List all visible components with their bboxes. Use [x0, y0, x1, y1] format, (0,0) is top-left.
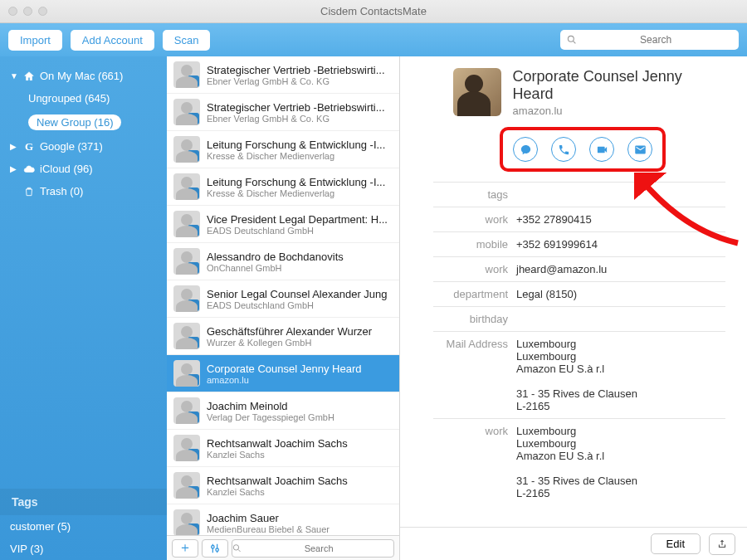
field-value: jheard@amazon.lu	[516, 263, 607, 275]
video-icon	[596, 144, 608, 156]
detail-bottom-bar: Edit	[400, 527, 747, 560]
sidebar-source-0-child-1[interactable]: New Group (16)	[0, 110, 167, 135]
source-home-badge-icon	[188, 411, 199, 423]
sidebar-source-1[interactable]: ▶GGoogle (371)	[0, 135, 167, 158]
import-button[interactable]: Import	[8, 30, 62, 51]
edit-button[interactable]: Edit	[651, 533, 701, 554]
list-item-name: Corporate Counsel Jenny Heard	[207, 363, 361, 375]
settings-sliders-button[interactable]	[202, 539, 228, 558]
cloud-icon	[23, 163, 35, 175]
contact-list: Strategischer Vertrieb -Betriebswirti...…	[167, 56, 400, 560]
list-item[interactable]: Vice President Legal Department: H...EAD…	[167, 206, 399, 243]
contact-detail: Corporate Counsel Jenny Heard amazon.lu …	[400, 56, 747, 560]
share-button[interactable]	[709, 533, 735, 555]
sidebar-item-label: Trash (0)	[40, 185, 83, 197]
list-item[interactable]: Strategischer Vertrieb -Betriebswirti...…	[167, 56, 399, 94]
scan-button[interactable]: Scan	[163, 30, 211, 51]
avatar	[173, 136, 200, 163]
avatar	[173, 173, 200, 200]
home-icon	[23, 71, 35, 82]
list-item[interactable]: Leitung Forschung & Entwicklung -I...Kre…	[167, 131, 399, 168]
add-contact-button[interactable]: ＋	[172, 539, 198, 558]
mail-icon	[634, 144, 647, 156]
field-label: Mail Address	[408, 338, 516, 350]
field-value: Luxembourg Luxembourg Amazon EU S.à r.l …	[516, 425, 637, 499]
sidebar-tag-0[interactable]: customer (5)	[0, 515, 167, 538]
tags-section-title: Tags	[0, 489, 167, 515]
share-icon	[716, 538, 728, 550]
list-item-name: Geschäftsführer Alexander Wurzer	[207, 325, 372, 338]
list-item[interactable]: Joachim SauerMedienBureau Biebel & Sauer	[167, 504, 399, 535]
add-account-button[interactable]: Add Account	[71, 30, 154, 51]
video-button[interactable]	[589, 137, 614, 162]
avatar	[173, 211, 200, 237]
sidebar-source-3[interactable]: Trash (0)	[0, 180, 167, 202]
field-label: birthday	[408, 313, 516, 325]
list-item[interactable]: Joachim MeinoldVerlag Der Tagesspiegel G…	[167, 392, 399, 430]
source-home-badge-icon	[188, 113, 199, 124]
list-item[interactable]: Rechtsanwalt Joachim SachsKanzlei Sachs	[167, 430, 399, 467]
list-item[interactable]: Alessandro de BochdanovitsOnChannel GmbH	[167, 243, 399, 280]
list-item-name: Rechtsanwalt Joachim Sachs	[207, 475, 348, 487]
search-input-top[interactable]	[579, 34, 732, 46]
source-home-badge-icon	[188, 374, 199, 386]
sidebar-source-0[interactable]: ▼On My Mac (661)	[0, 65, 167, 87]
search-icon	[232, 543, 241, 553]
svg-point-0	[568, 36, 574, 41]
list-item-name: Joachim Sauer	[207, 512, 330, 524]
list-item-sub: Verlag Der Tagesspiegel GmbH	[207, 412, 334, 422]
list-item[interactable]: Senior Legal Counsel Alexander JungEADS …	[167, 280, 399, 318]
avatar	[173, 472, 200, 499]
avatar	[173, 397, 200, 424]
detail-field-7: workLuxembourg Luxembourg Amazon EU S.à …	[408, 421, 725, 504]
sidebar: ▼On My Mac (661)Ungrouped (645)New Group…	[0, 56, 167, 560]
source-home-badge-icon	[188, 337, 199, 348]
detail-field-0: tags	[408, 184, 725, 205]
contact-company: amazon.lu	[513, 105, 725, 117]
message-button[interactable]	[513, 137, 538, 162]
list-item-sub: Ebner Verlag GmbH & Co. KG	[207, 76, 385, 86]
sidebar-source-0-child-0[interactable]: Ungrouped (645)	[0, 87, 167, 110]
list-item[interactable]: Geschäftsführer Alexander WurzerWurzer &…	[167, 318, 399, 355]
google-icon: G	[23, 141, 35, 153]
field-label: work	[408, 425, 516, 437]
field-value: Luxembourg Luxembourg Amazon EU S.à r.l …	[516, 338, 637, 412]
field-label: work	[408, 263, 516, 275]
avatar	[173, 248, 200, 275]
sidebar-item-label: VIP (3)	[10, 543, 43, 555]
list-item-name: Leitung Forschung & Entwicklung -I...	[207, 176, 385, 188]
email-button[interactable]	[627, 137, 652, 162]
list-item-sub: Wurzer & Kollegen GmbH	[207, 338, 372, 348]
phone-icon	[558, 144, 570, 156]
detail-field-2: mobile+352 691999614	[408, 234, 725, 255]
field-label: work	[408, 213, 516, 226]
sidebar-item-label: Google (371)	[40, 140, 103, 153]
disclosure-icon: ▼	[10, 71, 18, 80]
list-item-sub: MedienBureau Biebel & Sauer	[207, 524, 330, 534]
list-item[interactable]: Strategischer Vertrieb -Betriebswirti...…	[167, 94, 399, 131]
list-item[interactable]: Leitung Forschung & Entwicklung -I...Kre…	[167, 168, 399, 206]
field-value: Legal (8150)	[516, 288, 577, 300]
svg-point-4	[212, 545, 215, 548]
source-home-badge-icon	[188, 150, 199, 162]
contact-photo[interactable]	[453, 68, 501, 116]
list-item-sub: Ebner Verlag GmbH & Co. KG	[207, 114, 385, 124]
disclosure-icon: ▶	[10, 142, 18, 151]
search-field-top[interactable]	[560, 30, 739, 50]
list-item[interactable]: Corporate Counsel Jenny Heardamazon.lu	[167, 355, 399, 392]
svg-line-7	[238, 549, 241, 552]
sidebar-item-label: customer (5)	[10, 520, 71, 533]
sidebar-source-2[interactable]: ▶iCloud (96)	[0, 158, 167, 180]
search-field-bottom[interactable]	[232, 539, 394, 558]
call-button[interactable]	[551, 137, 576, 162]
list-item-name: Strategischer Vertrieb -Betriebswirti...	[207, 101, 385, 114]
sidebar-tag-1[interactable]: VIP (3)	[0, 538, 167, 560]
source-home-badge-icon	[188, 262, 199, 274]
search-input-bottom[interactable]	[244, 543, 393, 553]
detail-field-3: workjheard@amazon.lu	[408, 259, 725, 280]
message-icon	[520, 144, 532, 156]
list-item-name: Strategischer Vertrieb -Betriebswirti...	[207, 64, 385, 76]
field-label: mobile	[408, 238, 516, 251]
list-item[interactable]: Rechtsanwalt Joachim SachsKanzlei Sachs	[167, 467, 399, 504]
list-item-sub: Kanzlei Sachs	[207, 450, 348, 460]
